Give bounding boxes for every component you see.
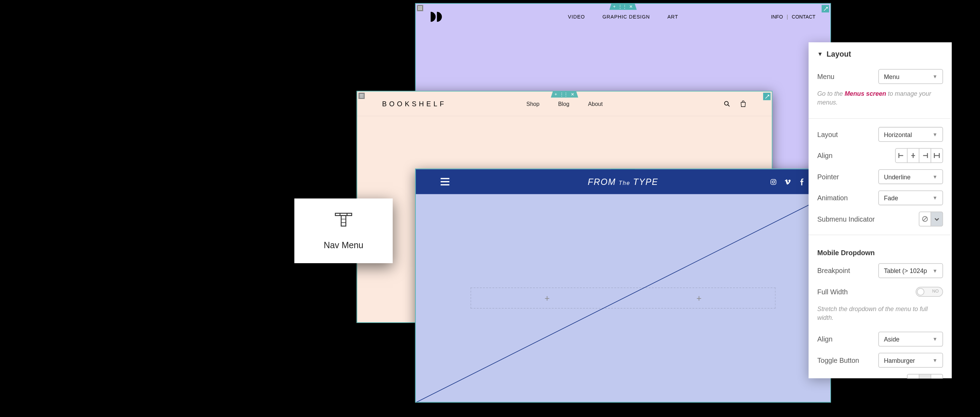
shopping-bag-icon[interactable] — [739, 100, 747, 107]
svg-point-30 — [772, 180, 775, 183]
submenu-indicator-group — [919, 211, 943, 227]
toggle-align-label: Toggle Align — [818, 377, 854, 378]
hamburger-icon[interactable] — [441, 178, 449, 185]
breakpoint-label: Breakpoint — [818, 267, 850, 274]
align-button-group — [895, 148, 943, 163]
nav-menu-widget-card[interactable]: Nav Menu — [294, 198, 393, 263]
submenu-none-button[interactable] — [919, 211, 931, 227]
add-column-button[interactable]: + — [471, 288, 623, 308]
nav-menu-widget-icon — [334, 211, 353, 229]
mobile-align-label: Align — [818, 335, 833, 342]
mobile-dropdown-header: Mobile Dropdown — [818, 240, 943, 260]
logo-bookshelf: BOOKSHELF — [382, 100, 447, 107]
animation-select[interactable]: Fade▼ — [878, 190, 943, 206]
toggle-align-right-button[interactable] — [931, 374, 943, 378]
nav-item[interactable]: ART — [667, 14, 678, 19]
submenu-caret-button[interactable] — [931, 211, 943, 227]
fullwidth-label: Full Width — [818, 288, 848, 295]
menu-hint: Go to the Menus screen to manage your me… — [818, 87, 943, 113]
nav-menu-peach: Shop Blog About — [527, 100, 603, 106]
nav-item[interactable]: GRAPHIC DESIGN — [602, 14, 650, 19]
nav-item[interactable]: Blog — [558, 100, 570, 106]
align-label: Align — [818, 152, 833, 159]
fullwidth-hint: Stretch the dropdown of the menu to full… — [818, 302, 943, 328]
mobile-align-select[interactable]: Aside▼ — [878, 332, 943, 347]
layout-label: Layout — [818, 131, 838, 138]
nav-item[interactable]: VIDEO — [568, 14, 585, 19]
toggle-align-left-button[interactable] — [907, 374, 920, 378]
canvas-bluelight: +⋮⋮✕ FROM The TYPE + + — [415, 168, 831, 402]
align-right-button[interactable] — [919, 148, 931, 163]
vimeo-icon[interactable] — [784, 178, 791, 185]
nav-item[interactable]: About — [588, 100, 603, 106]
search-icon[interactable] — [723, 100, 731, 107]
nav-menu-widget-label: Nav Menu — [323, 240, 363, 250]
divider: | — [787, 14, 788, 19]
svg-line-19 — [728, 105, 729, 106]
toggle-align-center-button[interactable] — [919, 374, 931, 378]
submenu-indicator-label: Submenu Indicator — [818, 215, 875, 223]
svg-line-49 — [923, 217, 927, 221]
fullwidth-toggle[interactable]: NO — [916, 287, 943, 297]
align-stretch-button[interactable] — [931, 148, 943, 163]
nav-info-link[interactable]: INFO — [771, 14, 783, 19]
breakpoint-select[interactable]: Tablet (> 1024p▼ — [878, 263, 943, 278]
svg-rect-36 — [341, 216, 346, 226]
pointer-label: Pointer — [818, 173, 839, 180]
instagram-icon[interactable] — [770, 178, 777, 185]
align-center-button[interactable] — [907, 148, 920, 163]
add-widget-zone[interactable]: + + — [471, 287, 775, 309]
layout-select[interactable]: Horizontal▼ — [878, 127, 943, 142]
facebook-icon[interactable] — [799, 178, 805, 185]
panel-header-layout[interactable]: ▼ Layout — [809, 42, 952, 66]
layout-panel: ▼ Layout Menu Menu▼ Go to the Menus scre… — [809, 42, 952, 378]
svg-point-31 — [775, 180, 775, 180]
toggle-button-label: Toggle Button — [818, 357, 859, 364]
pointer-select[interactable]: Underline▼ — [878, 169, 943, 184]
logo-fromthetype: FROM The TYPE — [588, 176, 659, 187]
logo-dd — [431, 12, 442, 22]
align-left-button[interactable] — [895, 148, 908, 163]
svg-point-18 — [725, 101, 729, 105]
menu-select[interactable]: Menu▼ — [878, 69, 943, 84]
animation-label: Animation — [818, 194, 848, 201]
nav-item[interactable]: Shop — [527, 100, 539, 106]
toggle-align-group — [907, 374, 943, 378]
menus-screen-link[interactable]: Menus screen — [845, 90, 886, 97]
toggle-button-select[interactable]: Hamburger▼ — [878, 353, 943, 368]
nav-contact-link[interactable]: CONTACT — [792, 14, 816, 19]
menu-label: Menu — [818, 73, 835, 80]
caret-down-icon: ▼ — [818, 51, 823, 57]
nav-menu-purple: VIDEO GRAPHIC DESIGN ART — [568, 14, 678, 19]
add-column-button[interactable]: + — [623, 288, 775, 308]
